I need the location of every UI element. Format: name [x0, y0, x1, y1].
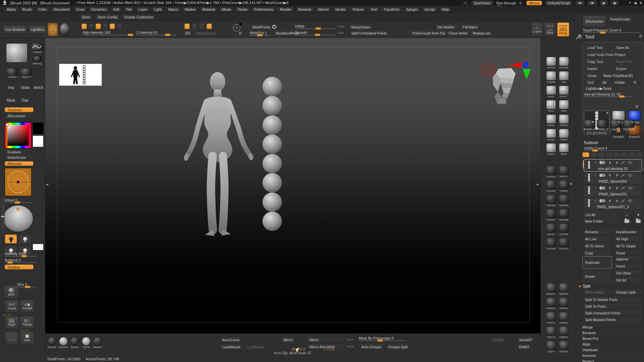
- visibility-tab[interactable]: [582, 152, 589, 157]
- brush-thumb[interactable]: Pinch: [546, 100, 557, 112]
- mirror-axis-toggles[interactable]: xyz: [347, 338, 353, 341]
- material-quick-thumb[interactable]: Metalic: [70, 337, 79, 349]
- tool-mini-thumb[interactable]: 8 nice gi: [610, 120, 622, 131]
- brush-thumb[interactable]: CurveLa: [546, 166, 557, 178]
- delmt-button[interactable]: DelMT: [516, 344, 532, 350]
- ghost-button[interactable]: Ghost: [5, 331, 19, 344]
- make-polymesh3d-button[interactable]: Make PolyMesh3D: [600, 73, 641, 78]
- brush-thumb[interactable]: MaskRe: [559, 283, 569, 295]
- menu-item[interactable]: Transform: [381, 7, 402, 12]
- smooth-slider[interactable]: Smooth: [295, 31, 336, 35]
- brush-thumb[interactable]: Alpha: [559, 143, 569, 156]
- subsection-header[interactable]: Boolean: [579, 330, 644, 336]
- material-quick-thumb[interactable]: BasicM: [93, 337, 102, 349]
- subtool-action-button[interactable]: All To Home: [582, 243, 612, 249]
- material-preview[interactable]: [5, 168, 32, 196]
- draw-mode-button[interactable]: [110, 23, 115, 29]
- brush-thumb[interactable]: ClayTu: [546, 143, 557, 156]
- tool-r-button[interactable]: R: [633, 104, 641, 109]
- see-through-slider[interactable]: See-through 0: [496, 1, 524, 5]
- brush-thumb[interactable]: Inflat: [559, 100, 569, 112]
- mirror-button[interactable]: Mirror: [281, 337, 295, 343]
- split-hidden-button[interactable]: Split Hidden: [582, 289, 612, 295]
- load-tool-button[interactable]: Load Tool: [585, 45, 612, 50]
- subtool-action-button[interactable]: All Low: [582, 236, 612, 242]
- brush-thumb[interactable]: Clay: [559, 71, 569, 83]
- transp-button[interactable]: Transp: [20, 316, 34, 329]
- visibility-eye-icon[interactable]: [628, 187, 633, 189]
- polypaint-toggle-icon[interactable]: [599, 174, 606, 177]
- material-quick-thumb[interactable]: BasicM: [47, 337, 57, 349]
- save-as-button[interactable]: Save As: [613, 45, 641, 50]
- auto-groups-button[interactable]: Auto Groups: [359, 344, 384, 350]
- subtool-item[interactable]: ▼ PM3D_Sphere3D1: [584, 185, 642, 197]
- polypaint-toggle-icon[interactable]: [599, 199, 606, 202]
- brush-thumb[interactable]: CurveM: [559, 223, 569, 236]
- welddist-slider[interactable]: WeldDist 1: [250, 31, 271, 36]
- brush-thumb[interactable]: SnakeH: [559, 194, 569, 207]
- new-folder-button[interactable]: New Folder: [582, 218, 621, 224]
- menu-item[interactable]: Dynamics: [89, 7, 109, 12]
- symmetry-button[interactable]: [184, 23, 190, 29]
- menu-item[interactable]: Preferences: [251, 7, 276, 12]
- light-1-toggle[interactable]: [5, 234, 17, 244]
- perspective-button[interactable]: ynamic Persp: [557, 22, 569, 37]
- subtool-action-button[interactable]: AutoReorder: [613, 229, 643, 235]
- menu-item[interactable]: Marker: [182, 7, 198, 12]
- symmetry-button[interactable]: [199, 23, 204, 29]
- target-polygons-slider[interactable]: Target Polygons Count 5: [583, 28, 640, 33]
- brush-thumb[interactable]: ClipCirc: [559, 341, 569, 353]
- gradient-button[interactable]: Gradient: [5, 150, 32, 154]
- brush-thumb[interactable]: ZModel: [546, 194, 557, 207]
- subtool-up-button[interactable]: ▲: [622, 212, 632, 218]
- menu-item[interactable]: Render: [277, 7, 294, 12]
- menu-item[interactable]: Stroke: [333, 7, 348, 12]
- aahalf-button[interactable]: ⊙▣ AAHalf: [20, 300, 34, 313]
- mask-by-polygroups-slider[interactable]: Mask By Polygroups 0: [359, 336, 406, 341]
- subtool-action-button[interactable]: Paste: [613, 250, 643, 256]
- close-holes-button[interactable]: Close Holes: [446, 30, 470, 36]
- smooth-axis-toggles[interactable]: xyz: [338, 31, 344, 34]
- split-action-button[interactable]: Split To Parts: [582, 303, 643, 309]
- brush-thumb[interactable]: ClipCur: [546, 326, 557, 339]
- uv-toggle-icon[interactable]: [609, 174, 612, 177]
- stroke-curve-icon[interactable]: + D: [232, 23, 241, 36]
- visibility-eye-icon[interactable]: [628, 161, 633, 164]
- light-2-toggle[interactable]: [19, 234, 31, 244]
- goz-row-button[interactable]: GoZ: [585, 80, 597, 85]
- brush-thumb[interactable]: Morph: [546, 129, 557, 141]
- draw-mode-button[interactable]: [103, 23, 108, 29]
- subtool-item[interactable]: ▼ PM3D_Sphere3D1_3: [584, 197, 642, 210]
- intensity-slider[interactable]: Intensity 0.85: [5, 252, 37, 256]
- local-symmetry-button[interactable]: ←|→ L.Sym: [531, 22, 543, 37]
- menu-item[interactable]: Brush: [20, 7, 34, 12]
- groups-split-button[interactable]: Groups Split: [386, 344, 410, 350]
- subtool-action-button[interactable]: Copy: [582, 250, 612, 256]
- load-tools-from-project-button[interactable]: Load Tools From Project: [585, 52, 642, 57]
- brush-thumb[interactable]: IMM Pr: [559, 166, 569, 178]
- subsection-header[interactable]: Bevel Pro: [579, 336, 644, 341]
- tool-mini-thumb[interactable]: 9 PM3D_S: [623, 120, 635, 131]
- lightbox-tools-button[interactable]: Lightbox▶Tools: [583, 86, 643, 92]
- quicksave-button[interactable]: QuickSave: [471, 1, 493, 5]
- tool-mini-thumb[interactable]: 8 PM3D_S: [584, 120, 596, 131]
- import-button[interactable]: Import: [585, 66, 612, 71]
- color-picker[interactable]: [5, 122, 32, 148]
- copy-tool-button[interactable]: Copy Tool: [585, 59, 612, 64]
- brush-thumb[interactable]: DamSta: [559, 57, 569, 69]
- current-brush-thumb[interactable]: [48, 23, 58, 36]
- uv-toggle-icon[interactable]: [609, 161, 612, 164]
- brush-thumb[interactable]: ClipRec: [559, 326, 569, 339]
- light-position-dot[interactable]: [16, 207, 19, 210]
- spix-slider[interactable]: SPix 3: [17, 283, 36, 287]
- floor-button[interactable]: xyz ↓ Floor: [544, 22, 556, 37]
- weldpoints-target-icon[interactable]: [272, 25, 276, 29]
- brush-thumb[interactable]: Deco1: [546, 223, 557, 236]
- z-intensity-slider[interactable]: Z Intensity 51: [136, 31, 176, 35]
- weldpoints-button[interactable]: WeldPoints: [250, 24, 273, 30]
- brush-thumb[interactable]: SliceCu: [559, 297, 569, 310]
- insert-button[interactable]: Insert: [613, 263, 643, 269]
- main-color-swatch[interactable]: [33, 122, 44, 134]
- move-brush-thumb[interactable]: Move: [6, 43, 27, 63]
- polyframe-button[interactable]: PolyF: [5, 316, 19, 329]
